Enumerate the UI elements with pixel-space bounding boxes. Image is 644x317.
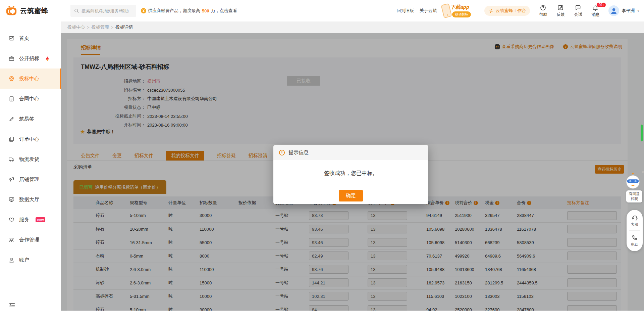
sidebar-item-首页[interactable]: 首页 (0, 28, 61, 48)
sidebar-item-筑易签[interactable]: 筑易签 (0, 109, 61, 129)
sidebar-item-label: 筑易签 (19, 116, 34, 122)
sidebar-item-数据大厅[interactable]: 数据大厅 (0, 189, 61, 210)
briefcase-icon (8, 55, 15, 62)
promo-amount: 500 (202, 8, 209, 13)
money-bag-icon: ¥ (141, 8, 146, 13)
swap-icon (488, 8, 493, 13)
action-label: 反馈 (553, 12, 568, 17)
breadcrumb-separator: > (111, 25, 114, 30)
phone-icon (631, 234, 638, 241)
breadcrumb-item[interactable]: 投标管理 (92, 24, 109, 30)
home-icon (8, 35, 15, 42)
main-region: 招标详情 查看采购商历史合作者画像 ? 云筑蜜蜂增值服务收费说明 (61, 33, 644, 311)
topbar: 云筑蜜蜂 ¥ 供应商融资产品，额度最高500万，点击查看 回到旧版 关于云筑 下… (0, 0, 644, 21)
sidebar-item-物流发货[interactable]: 物流发货 (0, 149, 61, 169)
alert-circle-icon (279, 149, 285, 156)
close-icon[interactable]: ✕ (641, 170, 644, 175)
shop-icon (8, 176, 15, 183)
chat-icon (575, 4, 581, 11)
truck-icon (8, 156, 15, 163)
action-label: 帮助 (535, 12, 551, 17)
customer-service-button[interactable]: 客服 (627, 214, 643, 227)
brand-logo[interactable]: 云筑蜜蜂 (0, 0, 61, 21)
divider (629, 230, 640, 231)
unread-count-badge: 99+ (596, 2, 606, 7)
breadcrumb: 投标中心>投标管理>投标详情 (61, 21, 644, 33)
promo-text: 供应商融资产品，额度最高 (148, 8, 200, 14)
sidebar-item-账户[interactable]: 账户 (0, 250, 61, 270)
action-label: 会话 (570, 12, 586, 17)
workbench-label: 云筑蜜蜂工作台 (495, 8, 526, 14)
topbar-actions: 帮助反馈会话消息99+ (535, 4, 603, 17)
sidebar-item-label: 首页 (19, 35, 29, 42)
sidebar-item-订单中心[interactable]: 订单中心 (0, 129, 61, 149)
breadcrumb-separator: > (87, 25, 90, 30)
download-app-entry[interactable]: 下载app 移动投标 (442, 2, 479, 19)
search-input[interactable] (82, 8, 133, 13)
sidebar-item-label: 服务 (19, 217, 29, 223)
sidebar-item-label: 公开招标 (19, 55, 39, 62)
scrollbar-thumb[interactable] (641, 125, 643, 141)
confirm-button[interactable]: 确定 (339, 190, 363, 201)
sidebar-item-label: 物流发货 (19, 156, 39, 163)
breadcrumb-item: 投标详情 (115, 24, 133, 30)
sidebar-item-label: 店铺管理 (19, 176, 39, 183)
avatar (608, 5, 619, 16)
sign-icon (8, 116, 15, 122)
sidebar-item-合同中心[interactable]: 合同中心 (0, 89, 61, 109)
data-icon (8, 196, 15, 203)
mascot-icon (625, 172, 641, 190)
service-icon (8, 217, 15, 223)
content-area: 投标中心>投标管理>投标详情 招标详情 查看采购商历史合作者画像 ? 云筑蜜蜂增… (61, 21, 644, 317)
sidebar-item-店铺管理[interactable]: 店铺管理 (0, 169, 61, 189)
user-name: 李平洲 (622, 8, 635, 14)
workbench-button[interactable]: 云筑蜜蜂工作台 (484, 6, 530, 16)
sidebar-item-服务[interactable]: 服务new (0, 210, 61, 230)
cooperation-icon (8, 237, 15, 243)
notice-modal: 提示信息 签收成功，您已中标。 确定 (273, 145, 428, 204)
mascot-bubble[interactable]: 有问题 找我 (626, 190, 642, 202)
action-帮助[interactable]: 帮助 (535, 4, 551, 17)
promo-text-suffix: 万，点击查看 (211, 8, 237, 14)
modal-message: 签收成功，您已中标。 (273, 160, 428, 187)
sidebar-item-label: 合作管理 (19, 237, 39, 243)
modal-header: 提示信息 (273, 145, 428, 160)
brand-name: 云筑蜜蜂 (20, 6, 48, 15)
action-反馈[interactable]: 反馈 (553, 4, 568, 17)
mobile-bid-badge: 移动投标 (452, 11, 471, 17)
action-消息[interactable]: 消息99+ (588, 4, 603, 17)
question-circle-icon (540, 4, 546, 11)
action-会话[interactable]: 会话 (570, 4, 586, 17)
global-search[interactable] (70, 5, 136, 17)
modal-title: 提示信息 (288, 149, 309, 156)
sidebar-item-label: 数据大厅 (19, 196, 39, 203)
order-icon (8, 136, 15, 142)
sidebar: 首页公开招标投标中心合同中心筑易签订单中心物流发货店铺管理数据大厅服务new合作… (0, 21, 61, 317)
bid-center-icon (8, 76, 15, 82)
sidebar-item-投标中心[interactable]: 投标中心 (0, 69, 61, 89)
bee-logo-icon (5, 5, 17, 16)
contract-icon (8, 96, 15, 102)
sidebar-list: 首页公开招标投标中心合同中心筑易签订单中心物流发货店铺管理数据大厅服务new合作… (0, 21, 61, 270)
sidebar-item-label: 账户 (19, 257, 29, 263)
user-menu[interactable]: 李平洲 ∨ (608, 5, 639, 16)
sidebar-footer (0, 288, 61, 309)
sidebar-item-label: 合同中心 (19, 96, 39, 102)
about-link[interactable]: 关于云筑 (419, 8, 437, 14)
breadcrumb-item[interactable]: 投标中心 (67, 24, 85, 30)
download-app-label: 下载app (450, 4, 469, 10)
flame-icon (44, 56, 50, 61)
sidebar-item-label: 订单中心 (19, 136, 39, 142)
phone-contact-button[interactable]: 电话 (627, 234, 643, 247)
phone-icon (442, 4, 451, 18)
back-to-old-link[interactable]: 回到旧版 (396, 8, 414, 14)
chevron-down-icon: ∨ (637, 9, 639, 12)
sidebar-item-合作管理[interactable]: 合作管理 (0, 230, 61, 250)
headset-icon (631, 214, 638, 221)
collapse-sidebar-icon[interactable] (8, 302, 61, 309)
finance-promo-banner[interactable]: ¥ 供应商融资产品，额度最高500万，点击查看 (141, 8, 237, 14)
sidebar-item-label: 投标中心 (19, 76, 39, 82)
account-icon (8, 257, 15, 263)
sidebar-item-公开招标[interactable]: 公开招标 (0, 48, 61, 69)
assistant-mascot[interactable]: ✕ 有问题 找我 (625, 172, 643, 202)
